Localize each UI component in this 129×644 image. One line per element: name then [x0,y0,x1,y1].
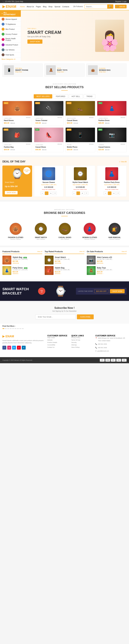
footer-bottom: Copyright © 2025 Wenam All Rights Reserv… [0,357,129,363]
cat-watch-sub: Men Fashion [34,238,47,240]
product-category-2: MEN'S SHOES [67,118,76,119]
dot-4[interactable] [12,328,14,329]
nav-pages[interactable]: Pages [36,6,41,8]
hero-shop-now-button[interactable]: SHOP NOW [28,40,42,44]
footer-link-terms[interactable]: Terms Of Use [71,339,92,341]
social-pinterest[interactable]: p [17,346,21,350]
topbar-right[interactable]: Register | Login [115,1,126,2]
footer-link-security[interactable]: Security [71,342,92,343]
footer-cols: ▶ ENAM Nused lobortis sollicitudin ornar… [2,334,126,353]
sidebar-header[interactable]: ≡ ALL DEPARTMENT [0,10,21,17]
cart-button[interactable]: 🛒 $39.00 [115,5,126,8]
feat-stars-stylish-bag: ★★★★★ [12,262,42,264]
dot-7[interactable] [19,328,21,329]
nav-special[interactable]: Special [54,6,60,8]
footer-link-contact[interactable]: Contact Us [47,346,68,348]
dot-1[interactable] [5,328,7,329]
dot-8[interactable] [22,328,24,329]
deal-card-bag-link[interactable]: Shop Now → [99,71,110,73]
deal-watch-plus[interactable]: + [80,192,84,195]
cat-fashion-sub: Women Fashion [8,238,23,240]
deal-hero-shop-btn[interactable]: SHOP NOW [5,191,18,194]
cat-smart-watch[interactable]: ⌚ SMART WATCH Men Fashion [34,222,47,240]
cat-fashion-clothes[interactable]: 👜 FASHION CLOTHES Women Fashion [8,222,23,240]
nav-contacts[interactable]: Contacts [62,6,69,8]
deal-vacuum-plus[interactable]: + [49,192,52,195]
promo-shop-btn[interactable]: SHOP NOW [110,289,125,293]
sidebar-item-sports[interactable]: Field Sports [0,52,21,57]
social-instagram[interactable]: ig [7,346,11,350]
tab-featured[interactable]: FEATURED [53,94,68,98]
dot-3[interactable] [10,328,12,329]
sidebar-item-tv[interactable]: TV Appliances [0,22,21,27]
newsletter-subscribe-btn[interactable]: SUBSCRIBE [77,314,94,319]
feat-name-stylish-bag: Stylish Bag New [12,256,42,258]
logo[interactable]: ▶ ENAM [2,4,16,9]
footer-link-help[interactable]: Help Center [47,337,68,338]
sidebar-more[interactable]: More Categories ▼ [0,57,21,61]
browse-section: BROWSING OPTIONS BROWSE BEST CATEGORIES … [0,202,129,246]
deal-dress-plus[interactable]: + [112,192,116,195]
tab-trend[interactable]: TREND [84,94,95,98]
sidebar-item-beauty[interactable]: Beauty Health Product [0,37,21,42]
deal-vacuum-minus[interactable]: − [41,192,44,195]
instagram-link[interactable]: 13k Followers [73,6,83,8]
deal-dress-minus[interactable]: − [104,192,107,195]
deal-dress-cart[interactable]: 🛒 [108,192,112,195]
nav-blog[interactable]: Blog [43,6,46,8]
footer-link-access[interactable]: Accessibility [47,344,68,346]
deal-dress-wishlist[interactable]: ♡ [116,192,120,195]
sidebar-item-car[interactable]: Car Vehicles [0,48,21,52]
deal-vacuum-cart[interactable]: 🛒 [45,192,48,195]
deal-card-toys: 🧸 TOYS BABY TOYS Shop Now → [44,64,85,77]
deal-watch-minus[interactable]: − [72,192,76,195]
deal-vacuum-wishlist[interactable]: ♡ [53,192,57,195]
featured-col-1-link[interactable]: View All [37,251,42,252]
nav-shop[interactable]: Shop [48,6,52,8]
tab-hot-sell[interactable]: HOT SELL [69,94,83,98]
nav-home[interactable]: Home [20,6,25,8]
nav-about[interactable]: About Us [27,6,34,8]
deal-card-toys-link[interactable]: Shop Now → [57,71,68,73]
dot-2[interactable] [7,328,9,329]
footer-col-customer: CUSTOMER SERVICE Help Center Website Pro… [47,334,68,353]
product-category-7: CAMERA [98,144,104,146]
deal-day-grid: ⌚ Smart Watch Up to 35% Off SHOP NOW TOP… [2,166,126,197]
search-button[interactable]: 🔍 [107,4,113,8]
deal-vacuum-name: Vacuum Cleaner [36,182,62,183]
footer-link-product[interactable]: Product Details [47,342,68,343]
sidebar-item-industrial[interactable]: Industrial Product [0,42,21,48]
deal-card-phone-link[interactable]: Shop Now → [15,71,28,73]
category-circles: 👜 FASHION CLOTHES Women Fashion ⌚ SMART … [2,220,126,242]
dot-5[interactable] [14,328,16,329]
featured-col-2-link[interactable]: View All [79,251,84,252]
sidebar-item-women[interactable]: Women Apparel [0,17,21,22]
newsletter-email-input[interactable] [35,314,76,319]
social-twitter[interactable]: tw [12,346,16,350]
social-linkedin[interactable]: in [22,346,26,350]
social-facebook[interactable]: f [2,346,6,350]
footer-link-sitemap[interactable]: Sitemap [71,344,92,346]
deal-watch-cart[interactable]: 🛒 [76,192,80,195]
best-selling-divider [61,90,68,90]
footer-link-website[interactable]: Website [47,339,68,341]
footer-link-pickup[interactable]: Store Pickup [71,346,92,348]
product-old-price-0: $85.00 [10,122,15,124]
search-input[interactable] [85,4,107,8]
product-price-3: $38.00 [98,122,104,124]
dot-0[interactable] [2,328,4,329]
sidebar-item-men[interactable]: Men Product [0,27,21,32]
tab-best-sellers[interactable]: BEST SELLERS [34,94,52,98]
deal-watch-wishlist[interactable]: ♡ [85,192,88,195]
feat-price-webcam: $17.09 [97,260,102,262]
dot-6[interactable] [17,328,19,329]
cat-hair-removal[interactable]: 💇 HAIR REMOVAL Women Fashion [108,222,121,240]
cat-casual-shoes[interactable]: 👞 CASUAL SHOES Men Fashion [58,222,71,240]
sidebar-dot-car [2,48,4,51]
deal-day-view-all[interactable]: ☉ View All [119,161,126,162]
featured-col-3-link[interactable]: View All [122,251,126,252]
footer-link-privacy[interactable]: Privacy Policy [71,337,92,338]
sidebar-item-grocery[interactable]: Grocery Product [0,32,21,37]
cat-woman-clothes[interactable]: 👗 WOMAN CLOTHES Women Fashion [82,222,97,240]
feat-img-smart-watch: ⌚ [45,256,54,264]
